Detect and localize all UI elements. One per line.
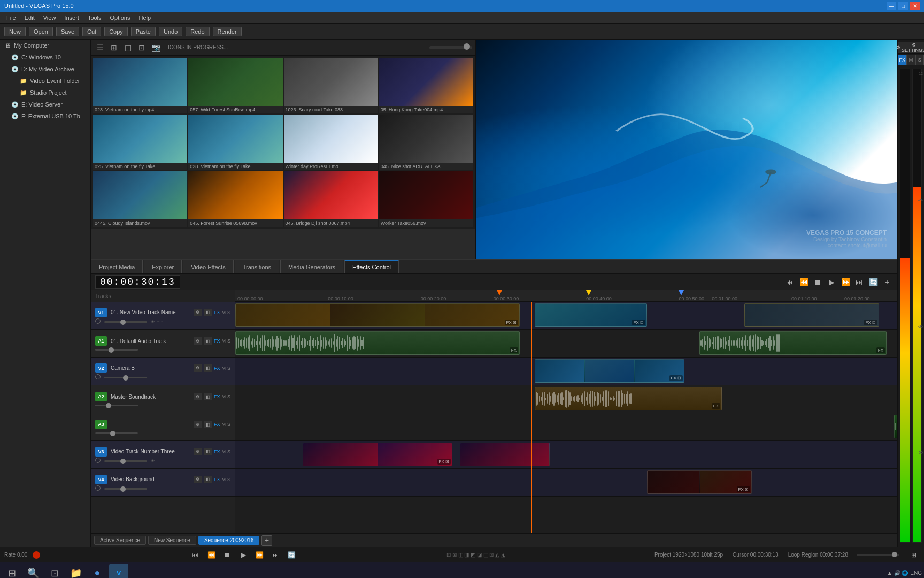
track-s-label-v4[interactable]: S [227, 477, 230, 482]
track-settings-v4[interactable]: ⚙ [194, 476, 202, 483]
track-s-label-v3[interactable]: S [227, 449, 230, 454]
track-settings-a2[interactable]: ⚙ [194, 393, 202, 400]
media-thumb-9[interactable]: 045. Forest Sunrise 05698.mov [188, 171, 282, 227]
track-v4-fader[interactable] [104, 488, 147, 490]
timeline-rewind-btn[interactable]: ⏪ [798, 276, 810, 288]
cut-button[interactable]: Cut [82, 27, 101, 36]
menu-edit[interactable]: Edit [20, 13, 39, 22]
tree-item-f[interactable]: 💿 F: External USB 10 Tb [0, 110, 90, 122]
tab-transitions[interactable]: Transitions [235, 260, 279, 273]
track-event-a1[interactable]: ◧ [204, 337, 212, 345]
track-v3-keyframe-icon[interactable]: ◈ [151, 458, 155, 463]
sequence-tab-active[interactable]: Active Sequence [94, 536, 146, 545]
track-settings-a3[interactable]: ⚙ [194, 421, 202, 428]
open-button[interactable]: Open [29, 27, 53, 36]
tree-item-computer[interactable]: 🖥 My Computer [0, 40, 90, 51]
clip-v4-1[interactable]: FX ⊡ [647, 470, 752, 494]
track-a3-fader-thumb[interactable] [110, 431, 116, 436]
track-a1-fader-thumb[interactable] [109, 347, 114, 353]
tab-explorer[interactable]: Explorer [144, 260, 182, 273]
track-v4-mute-dot[interactable] [95, 485, 101, 491]
track-m-label-v3[interactable]: M [221, 449, 226, 454]
track-event-a2[interactable]: ◧ [204, 393, 212, 400]
clip-v1-1[interactable]: FX ⊡ [235, 303, 520, 327]
timeline-fast-fwd-btn[interactable]: ⏩ [840, 276, 851, 288]
track-fx-label-v4[interactable]: FX [214, 477, 220, 482]
tab-video-effects[interactable]: Video Effects [183, 260, 233, 273]
status-stop-btn[interactable]: ⏹ [221, 549, 233, 561]
track-a2-fader[interactable] [95, 405, 138, 406]
zoom-slider[interactable] [857, 554, 899, 556]
clip-v2-1[interactable]: FX ⊡ [535, 359, 684, 383]
timeline-play-btn[interactable]: ▶ [826, 276, 837, 288]
track-fx-label-v3[interactable]: FX [214, 449, 220, 454]
tree-item-e[interactable]: 💿 E: Video Server [0, 98, 90, 110]
track-m-label-a3[interactable]: M [221, 422, 226, 427]
track-v1-keyframe-icon[interactable]: ◈ [151, 318, 155, 324]
status-next-btn[interactable]: ⏭ [270, 549, 281, 561]
sequence-tab-new[interactable]: New Sequence [148, 536, 196, 545]
track-v3-fader-thumb[interactable] [120, 459, 126, 464]
tab-project-media[interactable]: Project Media [91, 260, 143, 273]
media-thumb-2[interactable]: 1023. Scary road Take 033... [284, 58, 378, 113]
track-v2-fader[interactable] [104, 377, 147, 378]
vu-tab-s[interactable]: S [915, 55, 924, 65]
track-v4-fader-thumb[interactable] [120, 486, 126, 492]
redo-button[interactable]: Redo [186, 27, 209, 36]
track-s-label-a1[interactable]: S [227, 338, 230, 344]
track-event-a3[interactable]: ◧ [204, 421, 212, 428]
track-m-label-v2[interactable]: M [221, 366, 226, 371]
status-fwd-btn[interactable]: ⏩ [253, 549, 265, 561]
chrome-button[interactable]: ● [88, 564, 107, 579]
media-zoom-slider-thumb[interactable] [464, 43, 470, 50]
track-a3-fader[interactable] [95, 432, 138, 434]
track-v1-fader-thumb[interactable] [120, 320, 126, 325]
clip-a1-2[interactable]: FX [699, 331, 887, 355]
media-import-btn[interactable]: 📷 [150, 42, 161, 54]
track-s-label-v2[interactable]: S [227, 366, 230, 371]
media-thumb-10[interactable]: 045. Bridge Dji shot 0067.mp4 [284, 171, 378, 227]
track-v1-mute-dot[interactable] [95, 318, 101, 324]
time-ruler[interactable]: 00:00:00:00 00:00:10:00 00:00:20:00 00:0… [235, 290, 897, 302]
render-button[interactable]: Render [213, 27, 242, 36]
track-s-label-v1[interactable]: S [227, 310, 230, 315]
track-settings-a1[interactable]: ⚙ [194, 337, 202, 345]
status-prev-btn[interactable]: ⏮ [189, 549, 201, 561]
file-explorer-button[interactable]: 📁 [66, 564, 86, 579]
track-v1-clip-icon[interactable]: ▫▫▫ [157, 318, 163, 324]
track-event-v1[interactable]: ◧ [204, 309, 212, 316]
track-m-label-v1[interactable]: M [221, 310, 226, 315]
clip-a3-1[interactable]: FX [894, 415, 897, 438]
clip-a2-1[interactable]: FX [535, 387, 722, 410]
track-fx-label-a1[interactable]: FX [214, 338, 220, 344]
search-button[interactable]: 🔍 [24, 564, 43, 579]
sequence-tab-20092016[interactable]: Sequence 20092016 [198, 536, 259, 545]
menu-view[interactable]: View [39, 13, 60, 22]
timeline-loop-btn[interactable]: 🔄 [867, 276, 879, 288]
track-s-label-a3[interactable]: S [227, 422, 230, 427]
media-list-view-btn[interactable]: ☰ [94, 42, 106, 54]
track-settings-v1[interactable]: ⚙ [194, 309, 202, 316]
track-v2-fader-thumb[interactable] [123, 375, 128, 381]
media-thumb-11[interactable]: Worker Take056.mov [379, 171, 473, 227]
maximize-button[interactable]: □ [898, 2, 908, 10]
sequence-add-btn[interactable]: + [261, 535, 272, 546]
track-a2-fader-thumb[interactable] [106, 403, 111, 408]
task-view-button[interactable]: ⊡ [45, 564, 64, 579]
vu-tab-fx[interactable]: FX [898, 55, 906, 65]
zoom-slider-thumb[interactable] [892, 552, 897, 557]
track-v3-fader[interactable] [104, 460, 147, 462]
media-filter-btn[interactable]: ⊡ [136, 42, 148, 54]
status-play-btn[interactable]: ▶ [237, 549, 249, 561]
save-button[interactable]: Save [56, 27, 79, 36]
track-m-label-a2[interactable]: M [221, 394, 226, 399]
media-thumb-3[interactable]: 05. Hong Kong Take004.mp4 [379, 58, 473, 113]
track-fx-label-v2[interactable]: FX [214, 366, 220, 371]
media-thumb-6[interactable]: Winter day ProResLT.mo... [284, 115, 378, 170]
settings-button[interactable]: ⚙ ⚙ SETTINGS [898, 42, 924, 54]
tab-media-generators[interactable]: Media Generators [280, 260, 343, 273]
media-thumb-5[interactable]: 028. Vietnam on the fly Take... [188, 115, 282, 170]
vegas-button[interactable]: V [109, 564, 128, 579]
clip-v1-2[interactable]: FX ⊡ [535, 303, 647, 327]
track-s-label-a2[interactable]: S [227, 394, 230, 399]
